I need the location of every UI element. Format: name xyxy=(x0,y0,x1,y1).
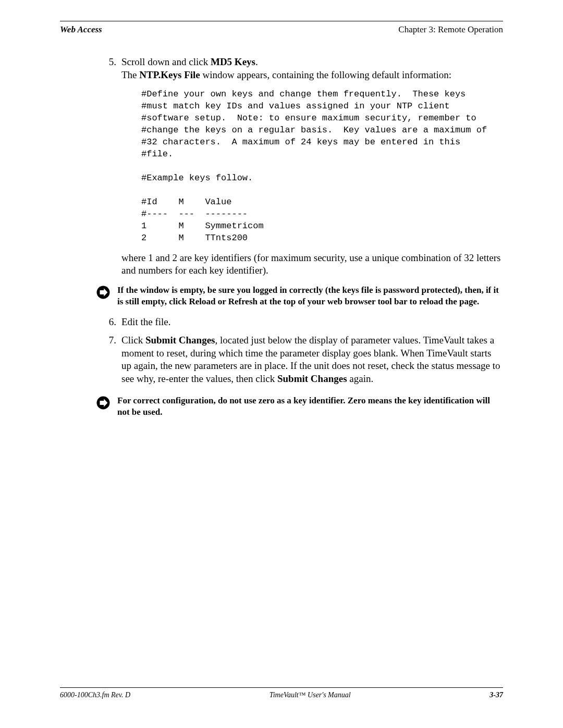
note-1-text: If the window is empty, be sure you logg… xyxy=(117,285,503,307)
step-7: 7. Click Submit Changes, located just be… xyxy=(102,334,503,386)
note-1: If the window is empty, be sure you logg… xyxy=(96,285,503,307)
page-header: Web Access Chapter 3: Remote Operation xyxy=(60,24,503,35)
step7-text-c: again. xyxy=(347,373,374,384)
step-6: 6. Edit the file. xyxy=(102,316,503,329)
footer-center: TimeVault™ User's Manual xyxy=(270,691,351,699)
footer-left: 6000-100Ch3.fm Rev. D xyxy=(60,691,130,699)
note-2-text: For correct configuration, do not use ze… xyxy=(117,395,503,418)
step-number: 7. xyxy=(102,334,121,386)
header-chapter: Chapter 3: Remote Operation xyxy=(398,24,503,35)
step5-text-b: . xyxy=(255,56,258,67)
step-body: Edit the file. xyxy=(121,316,503,329)
step7-text-a: Click xyxy=(121,335,145,346)
step-5: 5. Scroll down and click MD5 Keys. The N… xyxy=(102,56,503,277)
page-footer: 6000-100Ch3.fm Rev. D TimeVault™ User's … xyxy=(60,687,503,699)
step-number: 6. xyxy=(102,316,121,329)
arrow-note-icon xyxy=(96,286,110,299)
step7-bold-b: Submit Changes xyxy=(277,373,347,384)
header-section: Web Access xyxy=(60,24,102,35)
step5-text-d: window appears, containing the following… xyxy=(200,69,451,80)
arrow-note-icon xyxy=(96,396,110,410)
step-body: Scroll down and click MD5 Keys. The NTP.… xyxy=(121,56,503,277)
note-2: For correct configuration, do not use ze… xyxy=(96,395,503,418)
step5-text-a: Scroll down and click xyxy=(121,56,211,67)
code-block: #Define your own keys and change them fr… xyxy=(141,89,503,244)
step5-bold-a: MD5 Keys xyxy=(211,56,255,67)
footer-page-number: 3-37 xyxy=(489,691,503,699)
step-number: 5. xyxy=(102,56,121,277)
step5-bold-b: NTP.Keys File xyxy=(139,69,200,80)
header-rule xyxy=(60,21,503,21)
after-code-text: where 1 and 2 are key identifiers (for m… xyxy=(121,252,503,277)
footer-rule xyxy=(60,687,503,688)
body-content: 5. Scroll down and click MD5 Keys. The N… xyxy=(102,56,503,418)
step-body: Click Submit Changes, located just below… xyxy=(121,334,503,386)
step5-text-c: The xyxy=(121,69,139,80)
step7-bold-a: Submit Changes xyxy=(145,335,215,346)
